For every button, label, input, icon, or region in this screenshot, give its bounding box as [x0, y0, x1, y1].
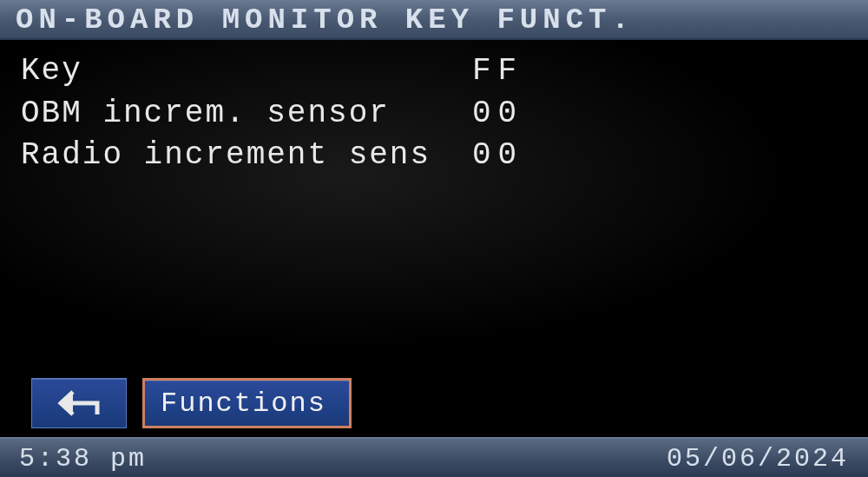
row-label: Key — [21, 50, 472, 93]
data-row: OBM increm. sensor 00 — [21, 93, 847, 136]
data-row: Radio increment sens 00 — [21, 135, 847, 177]
row-label: OBM increm. sensor — [21, 93, 472, 136]
status-time: 5:38 pm — [19, 444, 147, 474]
data-row: Key FF — [21, 50, 847, 93]
row-value: FF — [472, 50, 576, 93]
page-title: ON-BOARD MONITOR KEY FUNCT. — [0, 0, 868, 40]
back-arrow-icon — [57, 388, 101, 418]
content-area: Key FF OBM increm. sensor 00 Radio incre… — [0, 40, 868, 378]
row-value: 00 — [472, 93, 576, 136]
status-date: 05/06/2024 — [667, 444, 849, 474]
back-button[interactable] — [31, 378, 127, 428]
status-bar: 5:38 pm 05/06/2024 — [0, 437, 868, 477]
row-label: Radio increment sens — [21, 135, 472, 177]
functions-button-label: Functions — [161, 388, 326, 420]
functions-button[interactable]: Functions — [142, 378, 352, 428]
row-value: 00 — [472, 135, 576, 177]
button-row: Functions — [0, 378, 868, 437]
